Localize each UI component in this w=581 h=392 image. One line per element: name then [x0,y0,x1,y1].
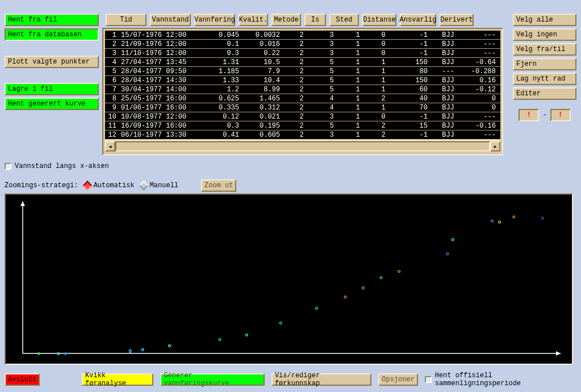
svg-text:o: o [218,337,221,343]
svg-text:o: o [491,218,494,224]
svg-text:o: o [541,216,544,221]
opsjoner-button[interactable]: Opsjoner [378,373,418,386]
table-row[interactable]: 730/04-1977 14:001.28.99251160BJJ-0.12 [105,85,500,94]
table-row[interactable]: 311/10-1976 12:000.30.222310-1BJJ--- [105,49,500,58]
svg-text:o: o [452,237,454,243]
svg-text:o: o [37,351,40,357]
table-row[interactable]: 427/04-1977 13:451.3110.52511150BJJ-0.64 [105,58,500,67]
xaxis-checkbox-label: Vannstand langs x-aksen [15,162,109,170]
svg-text:o: o [398,269,400,275]
table-h-scrollbar[interactable]: ◂ ▸ [105,140,500,152]
zoom-auto-label: Automatisk [94,182,135,189]
table-row[interactable]: 1010/08-1977 12:000.120.0212310-1BJJ--- [105,112,500,121]
zoom-manual-radio[interactable] [139,181,148,191]
range-to-input[interactable]: ! [550,109,571,121]
svg-text:o: o [245,332,248,338]
svg-marker-3 [20,201,25,206]
col-is-button[interactable]: Is [304,14,326,26]
editer-button[interactable]: Editer [513,87,576,100]
plott-valgte-punkter-button[interactable]: Plott valgte punkter [5,56,99,68]
svg-text:o: o [279,321,282,326]
svg-text:o: o [446,251,449,257]
hent-offisiell-checkbox[interactable] [425,376,432,383]
svg-text:o: o [379,275,382,281]
zoom-auto-radio[interactable] [82,181,92,191]
svg-text:o: o [362,285,365,291]
xaxis-checkbox[interactable] [5,163,11,170]
lag-nytt-rad-button[interactable]: Lag nytt rad [513,73,576,85]
range-separator: - [542,111,546,119]
table-row[interactable]: 628/04-1977 14:301.3310.42511150BJJ0.16 [105,76,500,85]
hent-fra-fil-button[interactable]: Hent fra fil [5,14,99,26]
hent-offisiell-label: Hent offisiell sammenligningsperiode [435,372,581,387]
hent-generert-kurve-button[interactable]: Hent generert kurve [5,98,99,110]
table-row[interactable]: 1206/10-1977 13:300.410.6052312-1BJJ--- [105,130,500,140]
zoom-manual-label: Manuell [150,182,178,189]
svg-text:o: o [141,347,144,353]
scroll-right-arrow-icon[interactable]: ▸ [490,141,500,151]
svg-text:o: o [498,220,501,225]
table-row[interactable]: 115/07-1976 12:000.0450.00322310-1BJJ--- [105,31,500,40]
svg-text:o: o [57,351,60,357]
table-row[interactable]: 221/09-1976 12:000.10.0162310-1BJJ--- [105,40,500,49]
data-table: 115/07-1976 12:000.0450.00322310-1BJJ---… [102,28,503,155]
range-from-value: ! [527,111,531,119]
generer-vannforingskurve-button[interactable]: Generer vannføringskurve [160,373,265,386]
table-row[interactable]: 1116/09-1977 16:000.30.195251215BJJ-0.16 [105,121,500,130]
svg-text:o: o [315,306,318,311]
col-ansvarlig-button[interactable]: Ansvarlig [400,14,436,26]
table-row[interactable]: 825/05-1977 16:000.6251.465241240BJJ0 [105,94,500,103]
table-row[interactable]: 528/04-1977 09:501.1857.9251180----0.288 [105,67,500,76]
scatter-plot[interactable]: ooooooooooooooooooooooooooooooooo [5,193,573,365]
hent-fra-databasen-button[interactable]: Hent fra databasen [5,28,99,41]
col-kvalit-button[interactable]: Kvalit. [239,14,268,26]
col-derivert-button[interactable]: Derivert [440,14,474,26]
svg-marker-1 [556,351,561,356]
zoom-strategy-label: Zoomings-strategi: [5,182,78,189]
lagre-i-fil-button[interactable]: Lagre i fil [5,83,99,95]
fjern-button[interactable]: Fjern [513,58,576,70]
range-to-value: ! [558,111,562,119]
svg-text:o: o [512,214,515,220]
kvikk-foranalyse-button[interactable]: Kvikk føranalyse [82,373,153,386]
col-vannstand-button[interactable]: Vannstand [150,14,191,26]
svg-text:o: o [168,343,171,349]
col-tid-button[interactable]: Tid [106,14,147,26]
svg-text:o: o [64,351,67,357]
zoom-ut-button[interactable]: Zoom ut [201,179,236,192]
velg-fra-til-button[interactable]: Velg fra/til [513,43,576,56]
velg-ingen-button[interactable]: Velg ingen [513,28,576,41]
range-from-input[interactable]: ! [519,109,539,121]
data-table-body[interactable]: 115/07-1976 12:000.0450.00322310-1BJJ---… [105,31,500,140]
scroll-left-arrow-icon[interactable]: ◂ [105,141,115,151]
col-distanse-button[interactable]: Distanse [362,14,396,26]
col-sted-button[interactable]: Sted [329,14,359,26]
avslutt-button[interactable]: Avslutt [5,373,40,386]
velg-alle-button[interactable]: Velg alle [513,14,576,26]
vis-rediger-forkunnskap-button[interactable]: Vis/rediger førkunnskap [271,373,371,386]
table-row[interactable]: 901/06-1977 16:000.3350.312241170BJJ0 [105,103,500,112]
scroll-track[interactable] [115,141,490,151]
svg-text:o: o [344,294,346,300]
col-metode-button[interactable]: Metode [271,14,301,26]
col-vannforing-button[interactable]: Vannføring [194,14,235,26]
svg-text:o: o [128,349,131,355]
